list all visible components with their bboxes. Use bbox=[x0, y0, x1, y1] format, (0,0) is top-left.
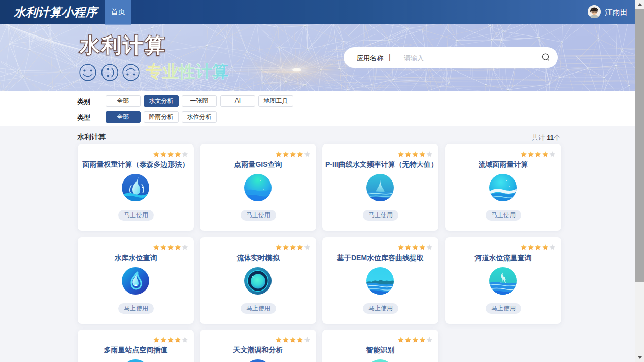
svg-text:专业性计算: 专业性计算 bbox=[146, 62, 229, 81]
svg-text:水利计算: 水利计算 bbox=[79, 34, 166, 56]
